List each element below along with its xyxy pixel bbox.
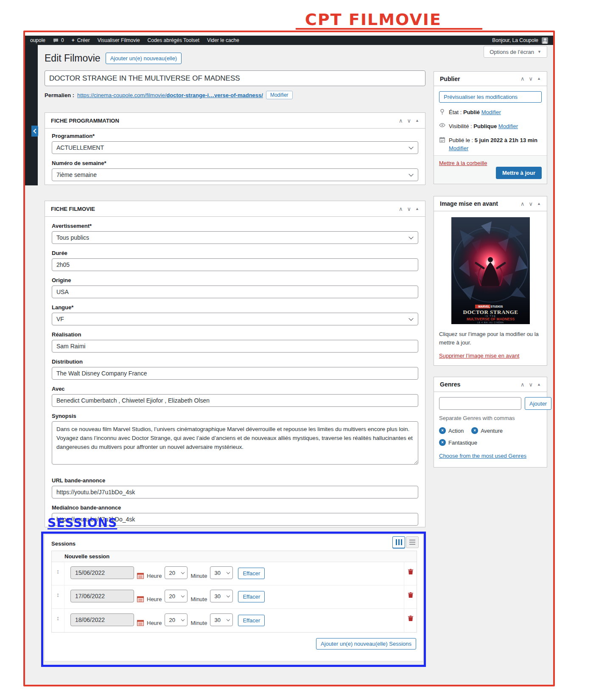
session-row: ↕ Heure 20 Minute 30 Effacer bbox=[52, 609, 417, 632]
toggle-panel-icon[interactable]: ▲ bbox=[415, 119, 419, 123]
langue-label: Langue* bbox=[52, 304, 418, 311]
origine-input[interactable] bbox=[52, 286, 418, 298]
permalink-label: Permalien : bbox=[45, 92, 74, 98]
session-date-input[interactable] bbox=[70, 590, 134, 602]
adminbar-toolset-shortcodes[interactable]: Codes abrégés Toolset bbox=[148, 37, 200, 43]
remove-tag-icon[interactable]: × bbox=[439, 439, 446, 446]
drag-handle[interactable]: ↕ bbox=[52, 609, 64, 632]
duree-input[interactable] bbox=[52, 258, 418, 271]
move-up-icon[interactable]: ∧ bbox=[520, 382, 525, 387]
edit-status-link[interactable]: Modifier bbox=[481, 109, 501, 115]
drag-handle[interactable]: ↕ bbox=[52, 562, 64, 585]
adminbar-clear-cache[interactable]: Vider le cache bbox=[207, 37, 239, 43]
status-row: État : Publié Modifier bbox=[439, 109, 542, 117]
programmation-select[interactable]: ACTUELLEMENT bbox=[52, 141, 418, 154]
preview-changes-button[interactable]: Prévisualiser les modifications bbox=[439, 91, 542, 103]
avertissement-select[interactable]: Tous publics bbox=[52, 231, 418, 244]
edit-visibility-link[interactable]: Modifier bbox=[498, 123, 518, 129]
drag-handle[interactable]: ↕ bbox=[52, 585, 64, 608]
permalink-edit-button[interactable]: Modifier bbox=[266, 91, 293, 99]
remove-featured-image-link[interactable]: Supprimer l’image mise en avant bbox=[439, 353, 519, 359]
langue-select[interactable]: VF bbox=[52, 313, 418, 325]
toggle-panel-icon[interactable]: ▲ bbox=[537, 383, 541, 386]
permalink-link[interactable]: https://cinema-coupole.com/filmovie/doct… bbox=[77, 92, 263, 98]
realisation-input[interactable] bbox=[52, 340, 418, 353]
adminbar-new-button[interactable]: + Créer bbox=[72, 37, 90, 43]
semaine-select[interactable]: 7ième semaine bbox=[52, 168, 418, 181]
list-view-toggle[interactable] bbox=[406, 536, 419, 548]
move-to-trash-link[interactable]: Mettre à la corbeille bbox=[439, 160, 487, 166]
move-up-icon[interactable]: ∧ bbox=[399, 206, 403, 212]
move-up-icon[interactable]: ∧ bbox=[399, 118, 403, 123]
move-down-icon[interactable]: ∨ bbox=[529, 201, 533, 207]
adminbar-view-filmovie[interactable]: Visualiser Filmovie bbox=[98, 37, 140, 43]
add-new-button[interactable]: Ajouter un(e) nouveau(elle) bbox=[106, 53, 182, 64]
datepicker-calendar-icon[interactable] bbox=[137, 620, 144, 626]
genre-tag-label: Aventure bbox=[481, 428, 503, 434]
move-down-icon[interactable]: ∨ bbox=[529, 76, 533, 81]
heure-label: Heure bbox=[147, 596, 162, 602]
move-up-icon[interactable]: ∧ bbox=[520, 201, 525, 207]
datepicker-calendar-icon[interactable] bbox=[137, 573, 144, 579]
delete-row-trash-icon[interactable] bbox=[408, 592, 413, 598]
synopsis-label: Synopsis bbox=[52, 413, 418, 420]
minute-select[interactable]: 30 bbox=[210, 613, 233, 626]
delete-row-trash-icon[interactable] bbox=[408, 616, 413, 622]
adminbar-greeting[interactable]: Bonjour, La Coupole bbox=[492, 37, 538, 43]
featured-image-caption: Cliquez sur l’image pour la modifier ou … bbox=[439, 330, 542, 347]
clear-date-button[interactable]: Effacer bbox=[238, 568, 265, 579]
fiche-programmation-panel: FICHE PROGRAMMATION ∧ ∨ ▲ Programmation*… bbox=[45, 112, 425, 185]
add-session-button[interactable]: Ajouter un(e) nouveau(elle) Sessions bbox=[316, 638, 416, 650]
toggle-panel-icon[interactable]: ▲ bbox=[537, 202, 541, 206]
remove-tag-icon[interactable]: × bbox=[439, 427, 446, 434]
columns-view-toggle[interactable] bbox=[392, 536, 405, 548]
session-date-input[interactable] bbox=[70, 566, 134, 579]
mediainco-bande-annonce-label: MediaInco bande-annonce bbox=[52, 504, 418, 511]
page-title: Edit Filmovie bbox=[45, 53, 101, 64]
url-bande-annonce-input[interactable] bbox=[52, 486, 418, 498]
screen-options-label: Options de l’écran bbox=[490, 49, 534, 55]
toggle-panel-icon[interactable]: ▲ bbox=[415, 207, 419, 211]
session-row: ↕ Heure 20 Minute 30 Effacer bbox=[52, 562, 417, 585]
site-name-fragment[interactable]: oupole bbox=[30, 37, 45, 43]
add-genre-button[interactable]: Ajouter bbox=[525, 397, 551, 410]
heure-label: Heure bbox=[147, 573, 162, 579]
list-icon bbox=[409, 540, 415, 545]
move-up-icon[interactable]: ∧ bbox=[520, 76, 525, 81]
comments-indicator[interactable]: 0 bbox=[53, 37, 64, 43]
distribution-input[interactable] bbox=[52, 367, 418, 380]
genres-input[interactable] bbox=[439, 397, 521, 410]
fiche-filmovie-panel: FICHE FILMOVIE ∧ ∨ ▲ Avertissement* Tous… bbox=[45, 201, 425, 527]
status-label: État : bbox=[449, 109, 462, 115]
move-down-icon[interactable]: ∨ bbox=[407, 206, 411, 212]
most-used-genres-link[interactable]: Choose from the most used Genres bbox=[439, 453, 526, 459]
post-title-input[interactable] bbox=[45, 70, 425, 86]
hour-select[interactable]: 20 bbox=[165, 566, 187, 579]
move-down-icon[interactable]: ∨ bbox=[407, 118, 411, 123]
collapse-menu-tab[interactable] bbox=[31, 126, 38, 137]
avec-label: Avec bbox=[52, 386, 418, 392]
delete-row-trash-icon[interactable] bbox=[408, 569, 413, 575]
hour-select[interactable]: 20 bbox=[165, 613, 187, 626]
synopsis-textarea[interactable]: Dans ce nouveau film Marvel Studios, l’u… bbox=[52, 421, 418, 465]
minute-select[interactable]: 30 bbox=[210, 566, 233, 579]
session-date-input[interactable] bbox=[70, 613, 134, 626]
screen-options-button[interactable]: Options de l’écran ▼ bbox=[484, 46, 547, 58]
edit-published-link[interactable]: Modifier bbox=[449, 145, 468, 151]
permalink-slug: doctor-strange-i…verse-of-madness/ bbox=[166, 92, 263, 98]
toggle-panel-icon[interactable]: ▲ bbox=[537, 77, 541, 81]
clear-date-button[interactable]: Effacer bbox=[238, 615, 265, 626]
avec-input[interactable] bbox=[52, 394, 418, 407]
clear-date-button[interactable]: Effacer bbox=[238, 591, 265, 602]
hour-select[interactable]: 20 bbox=[165, 590, 187, 602]
move-down-icon[interactable]: ∨ bbox=[529, 382, 533, 387]
datepicker-calendar-icon[interactable] bbox=[137, 596, 144, 602]
avertissement-value: Tous publics bbox=[56, 234, 89, 241]
genres-panel: Genres ∧ ∨ ▲ Ajouter Separate Genres wit… bbox=[434, 377, 547, 468]
hour-value: 20 bbox=[169, 593, 175, 599]
hour-value: 20 bbox=[169, 617, 175, 623]
remove-tag-icon[interactable]: × bbox=[471, 427, 478, 434]
minute-select[interactable]: 30 bbox=[210, 590, 233, 602]
update-button[interactable]: Mettre à jour bbox=[496, 167, 542, 179]
featured-poster-image[interactable]: MARVEL STUDIOS DOCTOR STRANGE IN THE MUL… bbox=[451, 217, 530, 324]
